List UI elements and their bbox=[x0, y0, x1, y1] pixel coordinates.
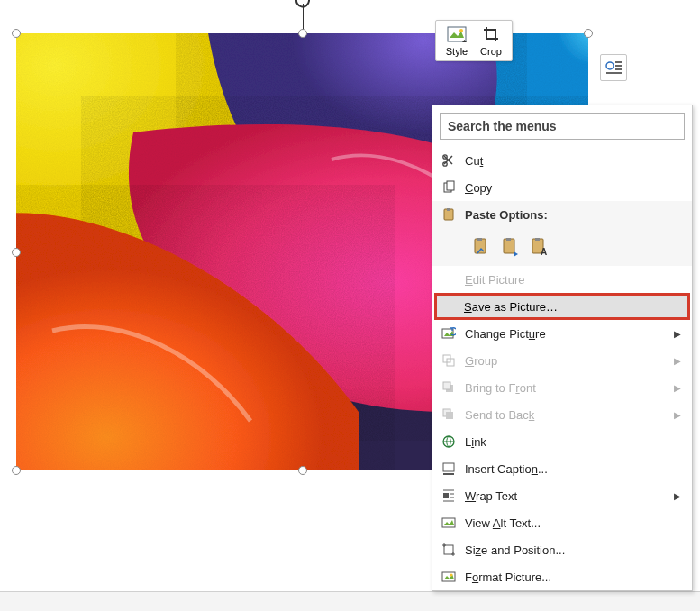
format-picture-icon bbox=[432, 563, 465, 590]
menu-label: Cut bbox=[465, 154, 674, 168]
svg-text:A: A bbox=[541, 247, 547, 257]
svg-rect-18 bbox=[535, 238, 540, 241]
submenu-arrow-icon: ▶ bbox=[674, 356, 692, 366]
send-to-back-icon bbox=[432, 401, 465, 428]
copy-icon bbox=[432, 174, 465, 201]
svg-rect-12 bbox=[447, 208, 450, 211]
cut-icon bbox=[432, 147, 465, 174]
svg-rect-14 bbox=[477, 238, 482, 241]
insert-caption-icon bbox=[432, 455, 465, 482]
bring-to-front-icon bbox=[432, 374, 465, 401]
menu-item-wrap-text[interactable]: Wrap Text ▶ bbox=[432, 482, 692, 509]
paste-option-keep-source[interactable] bbox=[468, 233, 494, 260]
picture-context-menu: Cut Copy Paste Options: bbox=[432, 105, 693, 591]
resize-handle-top-middle[interactable] bbox=[298, 29, 307, 38]
style-label: Style bbox=[446, 46, 468, 57]
menu-label: Copy bbox=[465, 181, 674, 195]
submenu-arrow-icon: ▶ bbox=[674, 329, 692, 339]
resize-handle-bottom-middle[interactable] bbox=[298, 466, 307, 475]
menu-item-group: Group ▶ bbox=[432, 347, 692, 374]
paste-option-keep-text[interactable]: A bbox=[526, 233, 551, 260]
svg-point-2 bbox=[459, 29, 463, 32]
menu-label: Bring to Front bbox=[465, 381, 674, 395]
menu-item-format-picture[interactable]: Format Picture... bbox=[432, 563, 692, 590]
menu-label: Insert Caption... bbox=[465, 462, 674, 476]
svg-point-38 bbox=[450, 574, 453, 577]
crop-label: Crop bbox=[480, 46, 502, 57]
style-dropdown[interactable]: Style bbox=[443, 24, 470, 57]
menu-item-size-and-position[interactable]: Size and Position... bbox=[432, 536, 692, 563]
picture-style-icon bbox=[447, 24, 467, 44]
menu-item-insert-caption[interactable]: Insert Caption... bbox=[432, 455, 692, 482]
paste-icon bbox=[432, 201, 465, 228]
size-position-icon bbox=[432, 536, 465, 563]
wrap-text-icon bbox=[432, 482, 465, 509]
crop-icon bbox=[482, 24, 500, 44]
menu-item-copy[interactable]: Copy bbox=[432, 174, 692, 201]
svg-rect-1 bbox=[448, 27, 466, 41]
menu-label: Edit Picture bbox=[465, 273, 674, 287]
svg-rect-15 bbox=[504, 239, 514, 253]
crop-button[interactable]: Crop bbox=[477, 24, 505, 57]
menu-label: Wrap Text bbox=[465, 489, 674, 503]
menu-label: Save as Picture… bbox=[464, 300, 558, 314]
footer-area bbox=[0, 591, 700, 611]
wrap-text-icon bbox=[605, 59, 623, 78]
svg-rect-10 bbox=[447, 181, 454, 190]
menu-item-link[interactable]: Link bbox=[432, 428, 692, 455]
group-icon bbox=[432, 347, 465, 374]
svg-rect-36 bbox=[444, 545, 453, 554]
menu-item-view-alt-text[interactable]: View Alt Text... bbox=[432, 509, 692, 536]
menu-label: Paste Options: bbox=[465, 208, 674, 222]
menu-label: Send to Back bbox=[465, 408, 674, 422]
paste-options-row: A bbox=[432, 228, 692, 266]
menu-item-change-picture[interactable]: Change Picture ▶ bbox=[432, 320, 692, 347]
submenu-arrow-icon: ▶ bbox=[674, 491, 692, 501]
paste-option-picture[interactable] bbox=[497, 233, 523, 260]
menu-label: View Alt Text... bbox=[465, 516, 674, 530]
svg-rect-24 bbox=[443, 382, 450, 389]
picture-mini-toolbar: Style Crop bbox=[435, 20, 513, 61]
resize-handle-top-right[interactable] bbox=[584, 29, 593, 38]
svg-rect-16 bbox=[506, 238, 511, 241]
submenu-arrow-icon: ▶ bbox=[674, 383, 692, 393]
change-picture-icon bbox=[432, 320, 465, 347]
menu-label: Group bbox=[465, 354, 674, 368]
menu-search-input[interactable] bbox=[440, 113, 685, 140]
submenu-arrow-icon: ▶ bbox=[674, 410, 692, 420]
resize-handle-bottom-left[interactable] bbox=[12, 466, 21, 475]
resize-handle-middle-left[interactable] bbox=[12, 248, 21, 257]
menu-item-save-as-picture[interactable]: Save as Picture… bbox=[434, 293, 690, 320]
menu-label: Size and Position... bbox=[465, 543, 674, 557]
menu-label: Change Picture bbox=[465, 327, 674, 341]
svg-rect-26 bbox=[446, 412, 453, 419]
rotate-handle-icon[interactable] bbox=[294, 0, 312, 13]
menu-item-cut[interactable]: Cut bbox=[432, 147, 692, 174]
menu-header-paste-options: Paste Options: bbox=[432, 201, 692, 228]
menu-item-send-to-back: Send to Back ▶ bbox=[432, 401, 692, 428]
menu-label: Format Picture... bbox=[465, 570, 674, 584]
svg-rect-28 bbox=[443, 463, 454, 471]
svg-rect-30 bbox=[443, 493, 449, 498]
link-icon bbox=[432, 428, 465, 455]
menu-item-bring-to-front: Bring to Front ▶ bbox=[432, 374, 692, 401]
menu-item-edit-picture: Edit Picture bbox=[432, 266, 692, 293]
alt-text-icon bbox=[432, 509, 465, 536]
menu-label: Link bbox=[465, 435, 674, 449]
layout-options-button[interactable] bbox=[600, 54, 627, 81]
resize-handle-top-left[interactable] bbox=[12, 29, 21, 38]
